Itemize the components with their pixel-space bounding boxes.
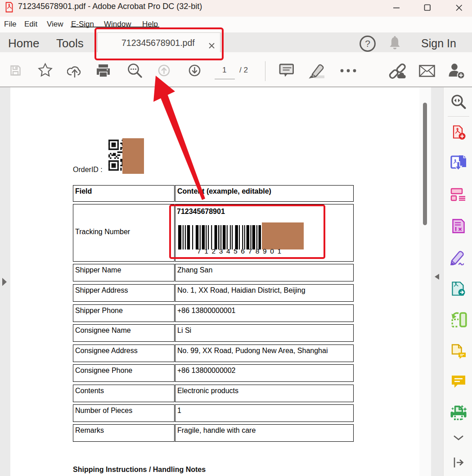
svg-text:?: ? [365, 38, 370, 49]
